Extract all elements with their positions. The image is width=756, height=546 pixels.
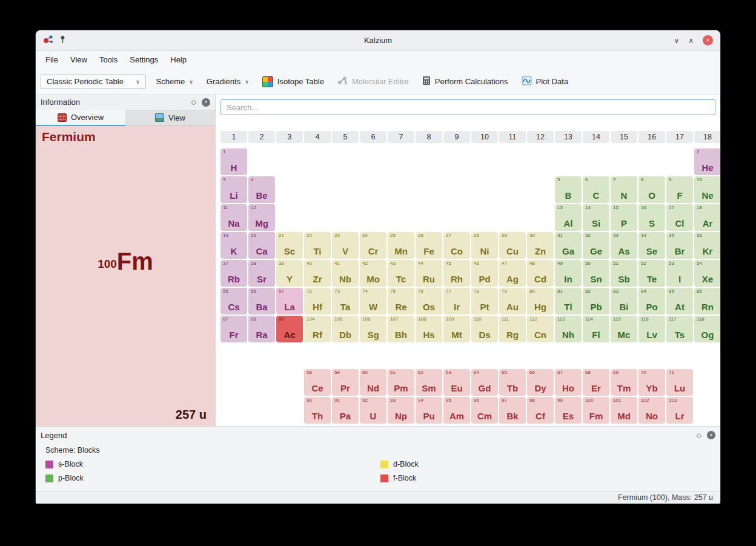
element-Cs[interactable]: 55Cs <box>220 288 247 315</box>
gradients-button[interactable]: Gradients ∨ <box>204 75 252 88</box>
element-Pm[interactable]: 61Pm <box>388 369 414 396</box>
element-Ti[interactable]: 22Ti <box>304 232 331 259</box>
element-Xe[interactable]: 54Xe <box>694 260 720 287</box>
element-Pb[interactable]: 82Pb <box>583 288 609 315</box>
element-Th[interactable]: 90Th <box>304 397 331 424</box>
element-Ni[interactable]: 28Ni <box>471 232 498 259</box>
scheme-button[interactable]: Scheme ∨ <box>153 75 196 88</box>
element-Ra[interactable]: 88Ra <box>248 316 275 342</box>
element-Te[interactable]: 52Te <box>638 260 665 287</box>
maximize-button[interactable]: ∧ <box>688 37 694 44</box>
element-Bk[interactable]: 97Bk <box>499 397 526 424</box>
element-Cm[interactable]: 96Cm <box>471 397 498 424</box>
element-As[interactable]: 33As <box>611 232 637 259</box>
element-Cn[interactable]: 112Cn <box>527 316 554 342</box>
element-Ag[interactable]: 47Ag <box>499 260 526 287</box>
element-Y[interactable]: 39Y <box>276 260 303 287</box>
element-He[interactable]: 2He <box>694 148 720 175</box>
element-B[interactable]: 5B <box>555 176 582 203</box>
menu-view[interactable]: View <box>64 51 93 69</box>
minimize-button[interactable]: ∨ <box>674 37 679 44</box>
element-Nb[interactable]: 41Nb <box>332 260 359 287</box>
element-Hg[interactable]: 80Hg <box>527 288 554 315</box>
element-Lv[interactable]: 116Lv <box>638 316 665 342</box>
element-Ac[interactable]: 89Ac <box>276 316 303 342</box>
element-S[interactable]: 16S <box>638 204 665 231</box>
element-Zn[interactable]: 30Zn <box>527 232 554 259</box>
element-Sr[interactable]: 38Sr <box>248 260 275 287</box>
tab-overview[interactable]: Overview <box>36 110 125 126</box>
element-Np[interactable]: 93Np <box>388 397 414 424</box>
element-Co[interactable]: 27Co <box>443 232 470 259</box>
element-Es[interactable]: 99Es <box>555 397 582 424</box>
element-Tl[interactable]: 81Tl <box>555 288 582 315</box>
element-Sn[interactable]: 50Sn <box>583 260 609 287</box>
element-Hf[interactable]: 72Hf <box>304 288 331 315</box>
close-dock-icon[interactable]: × <box>707 431 715 439</box>
element-Nh[interactable]: 113Nh <box>555 316 582 342</box>
element-Po[interactable]: 84Po <box>638 288 665 315</box>
element-Br[interactable]: 35Br <box>666 232 693 259</box>
element-Ta[interactable]: 73Ta <box>332 288 359 315</box>
element-Zr[interactable]: 40Zr <box>304 260 331 287</box>
element-Ce[interactable]: 58Ce <box>304 369 331 396</box>
element-Lr[interactable]: 103Lr <box>666 397 693 424</box>
element-Fm[interactable]: 100Fm <box>583 397 609 424</box>
element-La[interactable]: 57La <box>276 288 303 315</box>
element-Cl[interactable]: 17Cl <box>666 204 693 231</box>
element-Al[interactable]: 13Al <box>555 204 582 231</box>
element-Re[interactable]: 75Re <box>388 288 414 315</box>
element-Cd[interactable]: 48Cd <box>527 260 554 287</box>
element-Ho[interactable]: 67Ho <box>555 369 582 396</box>
element-Mo[interactable]: 42Mo <box>360 260 386 287</box>
menu-tools[interactable]: Tools <box>93 51 124 69</box>
element-Se[interactable]: 34Se <box>638 232 665 259</box>
element-P[interactable]: 15P <box>611 204 637 231</box>
element-Si[interactable]: 14Si <box>583 204 609 231</box>
menu-help[interactable]: Help <box>164 51 193 69</box>
element-Eu[interactable]: 63Eu <box>443 369 470 396</box>
element-Au[interactable]: 79Au <box>499 288 526 315</box>
element-Ca[interactable]: 20Ca <box>248 232 275 259</box>
element-Sc[interactable]: 21Sc <box>276 232 303 259</box>
element-Ba[interactable]: 56Ba <box>248 288 275 315</box>
element-In[interactable]: 49In <box>555 260 582 287</box>
element-Sm[interactable]: 62Sm <box>416 369 442 396</box>
close-button[interactable]: × <box>703 35 713 45</box>
element-Am[interactable]: 95Am <box>443 397 470 424</box>
isotope-table-button[interactable]: Isotope Table <box>259 74 327 90</box>
element-O[interactable]: 8O <box>638 176 665 203</box>
element-Cu[interactable]: 29Cu <box>499 232 526 259</box>
element-Cf[interactable]: 98Cf <box>527 397 554 424</box>
element-H[interactable]: 1H <box>220 148 247 175</box>
element-Yb[interactable]: 70Yb <box>638 369 665 396</box>
menu-settings[interactable]: Settings <box>124 51 164 69</box>
tab-view[interactable]: View <box>125 110 215 126</box>
element-Ga[interactable]: 31Ga <box>555 232 582 259</box>
pin-icon[interactable] <box>59 35 66 46</box>
element-Nd[interactable]: 60Nd <box>360 369 386 396</box>
element-Rn[interactable]: 86Rn <box>694 288 720 315</box>
element-No[interactable]: 102No <box>638 397 665 424</box>
element-Rf[interactable]: 104Rf <box>304 316 331 342</box>
element-Sb[interactable]: 51Sb <box>611 260 637 287</box>
element-Bh[interactable]: 107Bh <box>388 316 414 342</box>
element-Pt[interactable]: 78Pt <box>471 288 498 315</box>
element-Rh[interactable]: 45Rh <box>443 260 470 287</box>
plot-data-button[interactable]: Plot Data <box>519 73 571 90</box>
element-Bi[interactable]: 83Bi <box>611 288 637 315</box>
element-Li[interactable]: 3Li <box>220 176 247 203</box>
element-Ne[interactable]: 10Ne <box>694 176 720 203</box>
element-Ts[interactable]: 117Ts <box>666 316 693 342</box>
element-Rb[interactable]: 37Rb <box>220 260 247 287</box>
element-Pu[interactable]: 94Pu <box>416 397 442 424</box>
menu-file[interactable]: File <box>39 51 64 69</box>
element-Fl[interactable]: 114Fl <box>583 316 609 342</box>
element-C[interactable]: 6C <box>583 176 609 203</box>
element-Mc[interactable]: 115Mc <box>611 316 637 342</box>
float-dock-icon[interactable]: ◇ <box>191 99 196 105</box>
element-Md[interactable]: 101Md <box>611 397 637 424</box>
element-Mg[interactable]: 12Mg <box>248 204 275 231</box>
element-W[interactable]: 74W <box>360 288 386 315</box>
element-Og[interactable]: 118Og <box>694 316 720 342</box>
